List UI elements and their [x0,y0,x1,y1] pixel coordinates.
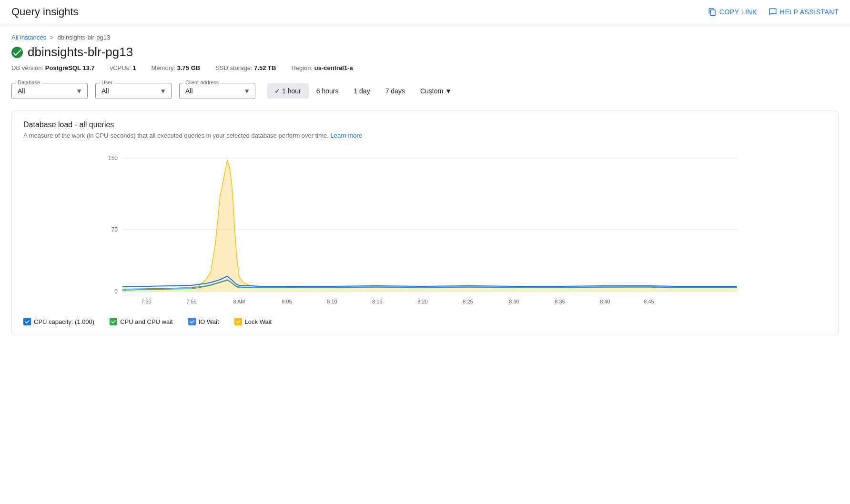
legend-cpu-capacity-checkbox[interactable] [23,318,31,325]
breadcrumb: All instances > dbinsights-blr-pg13 [11,34,839,41]
checkmark-cpu-capacity-icon [24,319,30,324]
svg-text:7:50: 7:50 [141,299,151,304]
svg-text:8:20: 8:20 [417,299,427,304]
svg-text:8:05: 8:05 [282,299,292,304]
chart-title: Database load - all queries [23,121,827,129]
filters-row: Database All ▼ User All ▼ Client address… [11,83,839,99]
svg-text:8:35: 8:35 [555,299,565,304]
memory: Memory: 3.75 GB [152,64,201,71]
user-select[interactable]: User All ▼ [95,83,172,99]
user-label: User [100,80,114,85]
svg-text:8:45: 8:45 [644,299,654,304]
svg-text:8:40: 8:40 [600,299,610,304]
database-label: Database [16,80,42,85]
client-address-select[interactable]: Client address All ▼ [179,83,255,99]
legend-io-wait: IO Wait [188,318,219,325]
instance-title: dbinsights-blr-pg13 [28,45,133,60]
legend-cpu-wait-checkbox[interactable] [110,318,117,325]
copy-link-button[interactable]: COPY LINK [708,8,757,16]
legend-io-wait-label: IO Wait [199,318,219,325]
svg-text:150: 150 [108,155,118,161]
instance-header: dbinsights-blr-pg13 [11,45,839,60]
legend-cpu-wait-label: CPU and CPU wait [120,318,173,325]
time-btn-custom[interactable]: Custom ▼ [413,83,459,99]
legend-lock-wait: Lock Wait [234,318,272,325]
legend-lock-wait-checkbox[interactable] [234,318,242,325]
checkmark-icon: ✓ [274,87,280,95]
checkmark-io-wait-icon [189,319,195,324]
learn-more-link[interactable]: Learn more [331,132,362,139]
chart-svg: 150 75 0 7:50 7:55 8 AM 8:05 8:10 8:15 8… [23,149,827,311]
help-assistant-button[interactable]: HELP ASSISTANT [769,8,839,16]
time-btn-6hours[interactable]: 6 hours [309,83,346,99]
database-value: All [18,87,25,95]
chart-legend: CPU capacity: (1.000) CPU and CPU wait I… [23,318,827,325]
region: Region: us-central1-a [291,64,353,71]
chart-description: A measure of the work (in CPU-seconds) t… [23,132,827,139]
user-value: All [101,87,109,95]
database-load-chart-card: Database load - all queries A measure of… [11,111,839,335]
svg-text:0: 0 [114,288,118,295]
copy-link-label: COPY LINK [719,8,757,16]
breadcrumb-parent[interactable]: All instances [11,34,46,41]
vcpu: vCPUs: 1 [110,64,136,71]
page-title: Query insights [11,6,79,18]
page-header: Query insights COPY LINK HELP ASSISTANT [0,0,850,24]
svg-marker-19 [122,161,737,292]
svg-text:75: 75 [111,226,118,233]
chart-area: 150 75 0 7:50 7:55 8 AM 8:05 8:10 8:15 8… [23,149,827,312]
copy-link-icon [708,8,717,16]
svg-text:8 AM: 8 AM [233,299,245,304]
svg-text:8:30: 8:30 [509,299,519,304]
client-address-chevron-icon: ▼ [243,87,250,95]
client-address-value: All [185,87,193,95]
status-icon [11,47,23,58]
svg-text:7:55: 7:55 [186,299,196,304]
svg-point-0 [11,47,23,58]
svg-text:8:15: 8:15 [372,299,382,304]
help-assistant-label: HELP ASSISTANT [780,8,839,16]
database-chevron-icon: ▼ [76,87,82,95]
time-btn-7days[interactable]: 7 days [378,83,413,99]
checkmark-cpu-wait-icon [111,319,116,324]
db-version: DB version: PostgreSQL 13.7 [11,64,95,71]
legend-cpu-wait: CPU and CPU wait [110,318,173,325]
svg-text:8:10: 8:10 [327,299,337,304]
storage: SSD storage: 7.52 TB [215,64,276,71]
legend-lock-wait-label: Lock Wait [245,318,272,325]
client-address-label: Client address [183,80,221,85]
help-assistant-icon [769,8,777,16]
checkmark-lock-wait-icon [235,319,241,324]
legend-io-wait-checkbox[interactable] [188,318,196,325]
header-actions: COPY LINK HELP ASSISTANT [708,8,839,16]
time-range-selector: ✓ 1 hour 6 hours 1 day 7 days Custom ▼ [267,83,459,99]
instance-meta: DB version: PostgreSQL 13.7 vCPUs: 1 Mem… [11,64,839,71]
legend-cpu-capacity: CPU capacity: (1.000) [23,318,94,325]
time-btn-1hour[interactable]: ✓ 1 hour [267,83,309,99]
custom-chevron-icon: ▼ [445,87,452,95]
breadcrumb-current: dbinsights-blr-pg13 [58,34,111,41]
user-chevron-icon: ▼ [160,87,166,95]
svg-text:8:25: 8:25 [463,299,473,304]
breadcrumb-separator: > [50,34,54,41]
time-btn-1day[interactable]: 1 day [346,83,377,99]
database-select[interactable]: Database All ▼ [11,83,88,99]
main-content: All instances > dbinsights-blr-pg13 dbin… [0,24,850,356]
legend-cpu-capacity-label: CPU capacity: (1.000) [34,318,94,325]
